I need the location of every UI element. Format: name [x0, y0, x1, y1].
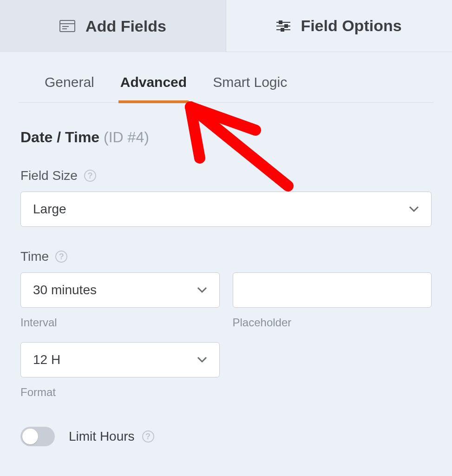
- time-interval-sublabel: Interval: [20, 316, 220, 329]
- limit-hours-row: Limit Hours ?: [20, 427, 432, 446]
- svg-rect-5: [279, 21, 282, 24]
- time-format-sublabel: Format: [20, 386, 220, 399]
- section-id: (ID #4): [104, 129, 149, 145]
- sub-tabs: General Advanced Smart Logic: [19, 52, 433, 103]
- limit-hours-toggle[interactable]: [20, 427, 55, 446]
- time-interval-select[interactable]: 30 minutes: [20, 272, 220, 308]
- field-size-label: Field Size: [20, 168, 78, 183]
- section-title: Date / Time (ID #4): [20, 129, 432, 146]
- chevron-down-icon: [409, 206, 419, 212]
- time-label-row: Time ?: [20, 249, 432, 264]
- chevron-down-icon: [197, 357, 207, 363]
- time-placeholder-input[interactable]: [233, 272, 432, 308]
- svg-rect-7: [285, 25, 288, 27]
- chevron-down-icon: [197, 287, 207, 293]
- field-size-label-row: Field Size ?: [20, 168, 432, 183]
- toggle-knob: [22, 429, 38, 444]
- sub-tab-smart-logic[interactable]: Smart Logic: [211, 71, 289, 102]
- svg-rect-9: [281, 28, 284, 31]
- tab-field-options-label: Field Options: [301, 17, 401, 35]
- form-icon: [59, 20, 75, 32]
- field-size-group: Field Size ? Large: [20, 168, 432, 227]
- tab-add-fields-label: Add Fields: [85, 17, 166, 35]
- section-name: Date / Time: [20, 129, 99, 145]
- advanced-panel: Date / Time (ID #4) Field Size ? Large T…: [0, 103, 452, 446]
- sub-tab-general[interactable]: General: [43, 71, 96, 102]
- help-icon[interactable]: ?: [84, 170, 96, 182]
- tab-add-fields[interactable]: Add Fields: [0, 0, 226, 52]
- help-icon[interactable]: ?: [142, 430, 154, 443]
- tab-field-options[interactable]: Field Options: [226, 0, 452, 52]
- field-size-value: Large: [33, 202, 66, 217]
- time-label: Time: [20, 249, 49, 264]
- time-interval-value: 30 minutes: [33, 283, 97, 298]
- time-group: Time ? 30 minutes Interval Placeholder: [20, 249, 432, 399]
- top-tabs: Add Fields Field Options: [0, 0, 452, 52]
- time-format-select[interactable]: 12 H: [20, 342, 220, 377]
- time-format-value: 12 H: [33, 352, 60, 367]
- help-icon[interactable]: ?: [55, 251, 67, 263]
- field-size-select[interactable]: Large: [20, 192, 432, 227]
- time-placeholder-sublabel: Placeholder: [233, 316, 432, 329]
- sub-tab-advanced[interactable]: Advanced: [118, 71, 189, 103]
- limit-hours-label: Limit Hours: [69, 429, 135, 444]
- sliders-icon: [276, 20, 290, 32]
